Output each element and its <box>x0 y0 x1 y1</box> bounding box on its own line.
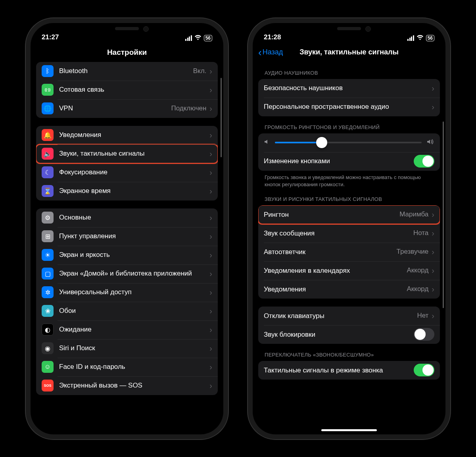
speaker-high-icon <box>426 139 434 147</box>
settings-row-general[interactable]: ⚙Основные› <box>36 208 218 227</box>
group-header-volume: ГРОМКОСТЬ РИНГТОНОВ И УВЕДОМЛЕНИЙ <box>258 124 440 133</box>
row-label: Персональное пространственное аудио <box>264 102 428 111</box>
row-уведомления-в-календарях[interactable]: Уведомления в календаряхАккорд› <box>258 261 440 280</box>
home-indicator[interactable] <box>321 429 377 431</box>
page-title: Звуки, тактильные сигналы <box>299 48 399 56</box>
chevron-right-icon: › <box>209 187 212 196</box>
settings-row-display[interactable]: ☀Экран и яркость› <box>36 246 218 264</box>
sounds-icon: 🔈 <box>42 148 54 160</box>
row-label: Звуки, тактильные сигналы <box>59 149 206 158</box>
change-with-buttons-switch[interactable] <box>414 155 434 168</box>
haptics-ring-mode-label: Тактильные сигналы в режиме звонка <box>264 366 414 374</box>
row-label: Рингтон <box>264 210 399 219</box>
settings-row-accessibility[interactable]: ✲Универсальный доступ› <box>36 283 218 302</box>
settings-row-faceid[interactable]: ☺Face ID и код-пароль› <box>36 358 218 376</box>
sounds-list[interactable]: АУДИО НАУШНИКОВ Безопасность наушников›П… <box>253 62 445 434</box>
row-персональное-пространственное-аудио[interactable]: Персональное пространственное аудио› <box>258 98 440 116</box>
chevron-right-icon: › <box>432 247 434 256</box>
chevron-right-icon: › <box>209 232 212 241</box>
row-label: Уведомления <box>264 285 407 293</box>
settings-row-notifications[interactable]: 🔔Уведомления› <box>36 126 218 145</box>
settings-row-vpn[interactable]: 🌐VPNПодключен› <box>36 99 218 118</box>
cellular-icon: ((·)) <box>42 84 54 96</box>
battery-indicator: 56 <box>426 35 434 41</box>
row-звук-сообщения[interactable]: Звук сообщенияНота› <box>258 224 440 243</box>
sos-icon: SOS <box>42 380 54 391</box>
settings-row-siri[interactable]: ◉Siri и Поиск› <box>36 339 218 358</box>
back-button[interactable]: ‹ Назад <box>258 48 283 56</box>
row-label: Экран «Домой» и библиотека приложений <box>59 269 206 278</box>
settings-row-wallpaper[interactable]: ❀Обои› <box>36 302 218 320</box>
screentime-icon: ⌛ <box>42 185 54 197</box>
row-label: Пункт управления <box>59 232 206 240</box>
row-label: Универсальный доступ <box>59 288 206 296</box>
row-value: Маримба <box>399 210 428 218</box>
settings-row-focus[interactable]: ☾Фокусирование› <box>36 163 218 182</box>
vpn-icon: 🌐 <box>42 102 54 114</box>
focus-icon: ☾ <box>42 166 54 178</box>
chevron-right-icon: › <box>209 307 212 316</box>
status-indicators: 56 <box>185 35 212 41</box>
phone-right: 21:28 56 ‹ Назад Звуки, тактильные сигна… <box>248 18 450 439</box>
row-уведомления[interactable]: УведомленияАккорд› <box>258 280 440 299</box>
chevron-right-icon: › <box>209 381 212 390</box>
wallpaper-icon: ❀ <box>42 305 54 317</box>
chevron-right-icon: › <box>209 325 212 334</box>
row-label: Основные <box>59 213 206 222</box>
phone-left: 21:27 56 Настройки ᛒBluetoothВкл.›((·))С… <box>26 18 228 439</box>
slider-knob[interactable] <box>316 137 327 148</box>
row-switch[interactable] <box>414 328 434 341</box>
row-label: Уведомления в календарях <box>264 266 407 275</box>
row-отклик-клавиатуры[interactable]: Отклик клавиатурыНет› <box>258 307 440 325</box>
home-screen-icon: ▢ <box>42 268 54 280</box>
row-автоответчик[interactable]: АвтоответчикТрезвучие› <box>258 243 440 261</box>
row-label: Сотовая связь <box>59 85 206 94</box>
notch <box>83 23 171 37</box>
chevron-right-icon: › <box>432 84 434 93</box>
row-value: Подключен <box>171 104 206 112</box>
settings-list[interactable]: ᛒBluetoothВкл.›((·))Сотовая связь›🌐VPNПо… <box>31 62 223 434</box>
chevron-right-icon: › <box>209 363 212 372</box>
chevron-right-icon: › <box>432 285 434 294</box>
row-value: Аккорд <box>407 285 428 293</box>
chevron-right-icon: › <box>209 67 212 76</box>
battery-indicator: 56 <box>204 35 212 41</box>
settings-row-sos[interactable]: SOSЭкстренный вызов — SOS› <box>36 376 218 395</box>
screen-sounds: 21:28 56 ‹ Назад Звуки, тактильные сигна… <box>253 23 445 434</box>
settings-row-home-screen[interactable]: ▢Экран «Домой» и библиотека приложений› <box>36 264 218 283</box>
chevron-right-icon: › <box>209 269 212 278</box>
siri-icon: ◉ <box>42 342 54 354</box>
general-icon: ⚙ <box>42 212 54 224</box>
row-безопасность-наушников[interactable]: Безопасность наушников› <box>258 79 440 98</box>
navbar: Настройки <box>31 43 223 62</box>
settings-row-control-center[interactable]: ⊞Пункт управления› <box>36 227 218 246</box>
row-value: Вкл. <box>193 67 207 75</box>
row-label: Экранное время <box>59 187 206 195</box>
settings-row-sounds[interactable]: 🔈Звуки, тактильные сигналы› <box>36 145 218 163</box>
settings-row-standby[interactable]: ◐Ожидание› <box>36 320 218 339</box>
change-with-buttons-cell: Изменение кнопками <box>258 152 440 171</box>
chevron-right-icon: › <box>209 131 212 140</box>
notch <box>305 23 393 37</box>
faceid-icon: ☺ <box>42 361 54 373</box>
row-звук-блокировки[interactable]: Звук блокировки <box>258 325 440 344</box>
notifications-icon: 🔔 <box>42 129 54 141</box>
row-label: Звук сообщения <box>264 229 413 237</box>
volume-slider[interactable] <box>275 142 422 143</box>
settings-row-screentime[interactable]: ⌛Экранное время› <box>36 182 218 201</box>
settings-row-cellular[interactable]: ((·))Сотовая связь› <box>36 81 218 99</box>
haptics-ring-mode-switch[interactable] <box>414 364 434 376</box>
row-value: Аккорд <box>407 266 428 274</box>
navbar: ‹ Назад Звуки, тактильные сигналы <box>253 43 445 62</box>
settings-row-bluetooth[interactable]: ᛒBluetoothВкл.› <box>36 62 218 81</box>
row-label: Звук блокировки <box>264 330 414 339</box>
row-value: Нота <box>413 229 428 237</box>
accessibility-icon: ✲ <box>42 286 54 298</box>
row-label: Фокусирование <box>59 168 206 176</box>
clock: 21:28 <box>264 33 281 41</box>
row-рингтон[interactable]: РингтонМаримба› <box>258 205 440 224</box>
chevron-right-icon: › <box>432 229 434 238</box>
chevron-right-icon: › <box>432 210 434 219</box>
row-label: Обои <box>59 307 206 315</box>
clock: 21:27 <box>42 33 59 41</box>
